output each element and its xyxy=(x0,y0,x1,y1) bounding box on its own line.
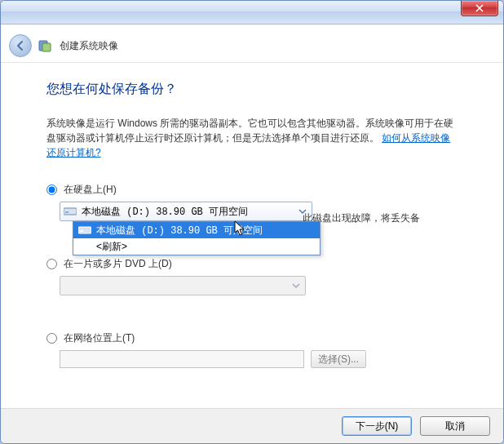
hard-disk-dropdown-list: 本地磁盘 (D:) 38.90 GB 可用空间 <刷新> xyxy=(73,221,321,255)
browse-button[interactable]: 选择(S)... xyxy=(311,350,366,368)
radio-dvd-input[interactable] xyxy=(46,259,57,269)
cancel-button[interactable]: 取消 xyxy=(420,416,490,436)
dropdown-refresh-label: <刷新> xyxy=(96,240,127,254)
next-button[interactable]: 下一步(N) xyxy=(342,416,412,436)
hard-disk-selected-value: 本地磁盘 (D:) 38.90 GB 可用空间 xyxy=(82,205,248,219)
radio-network[interactable]: 在网络位置上(T) xyxy=(46,331,458,345)
arrow-left-icon xyxy=(15,40,26,51)
radio-dvd-label: 在一片或多片 DVD 上(D) xyxy=(64,257,172,271)
header-row: 创建系统映像 xyxy=(1,24,503,63)
back-button[interactable] xyxy=(9,34,32,57)
option-dvd: 在一片或多片 DVD 上(D) xyxy=(46,257,458,295)
app-icon xyxy=(38,38,53,53)
hard-disk-icon xyxy=(64,206,77,216)
radio-hard-disk-label: 在硬盘上(H) xyxy=(64,183,117,197)
svg-rect-1 xyxy=(42,43,51,51)
radio-hard-disk-input[interactable] xyxy=(46,184,57,195)
window-title: 创建系统映像 xyxy=(60,39,118,53)
dialog-window: 创建系统映像 您想在何处保存备份？ 系统映像是运行 Windows 所需的驱动器… xyxy=(0,0,504,444)
radio-network-input[interactable] xyxy=(46,333,57,344)
radio-dvd[interactable]: 在一片或多片 DVD 上(D) xyxy=(46,257,458,271)
network-path-input[interactable] xyxy=(60,350,304,368)
page-heading: 您想在何处保存备份？ xyxy=(46,81,458,98)
svg-rect-3 xyxy=(65,211,69,213)
close-icon xyxy=(475,4,484,12)
option-network: 在网络位置上(T) 选择(S)... xyxy=(46,331,458,368)
page-description: 系统映像是运行 Windows 所需的驱动器副本。它也可以包含其他驱动器。系统映… xyxy=(46,116,458,160)
hard-disk-icon xyxy=(78,225,91,235)
close-button[interactable] xyxy=(461,1,498,16)
hard-disk-combo[interactable]: 本地磁盘 (D:) 38.90 GB 可用空间 本地磁盘 (D:) 38.90 … xyxy=(60,202,312,221)
radio-hard-disk[interactable]: 在硬盘上(H) xyxy=(46,183,458,197)
dvd-combo[interactable] xyxy=(60,276,306,295)
dropdown-item-disk[interactable]: 本地磁盘 (D:) 38.90 GB 可用空间 xyxy=(73,222,320,238)
content-area: 您想在何处保存备份？ 系统映像是运行 Windows 所需的驱动器副本。它也可以… xyxy=(1,63,503,408)
dialog-footer: 下一步(N) 取消 xyxy=(1,408,503,443)
radio-network-label: 在网络位置上(T) xyxy=(64,331,135,345)
svg-rect-5 xyxy=(80,230,83,232)
titlebar xyxy=(1,1,503,24)
chevron-down-icon xyxy=(289,278,303,293)
dropdown-item-refresh[interactable]: <刷新> xyxy=(73,238,320,255)
dropdown-item-label: 本地磁盘 (D:) 38.90 GB 可用空间 xyxy=(96,224,263,238)
